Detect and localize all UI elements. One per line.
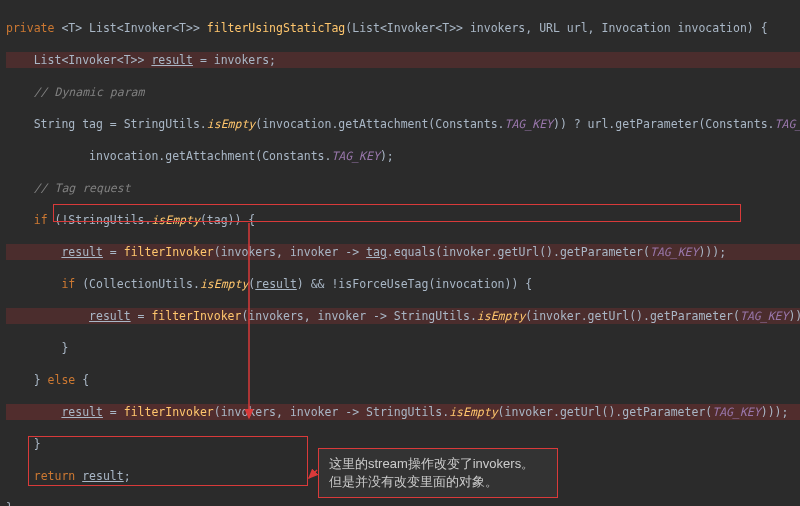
comment: // Tag request [6,181,131,195]
comment: // Dynamic param [6,85,144,99]
annotation-callout: 这里的stream操作改变了invokers。 但是并没有改变里面的对象。 [318,448,558,498]
annotation-line-2: 但是并没有改变里面的对象。 [329,473,547,491]
annotation-line-1: 这里的stream操作改变了invokers。 [329,455,547,473]
code-editor[interactable]: private <T> List<Invoker<T>> filterUsing… [0,0,800,506]
